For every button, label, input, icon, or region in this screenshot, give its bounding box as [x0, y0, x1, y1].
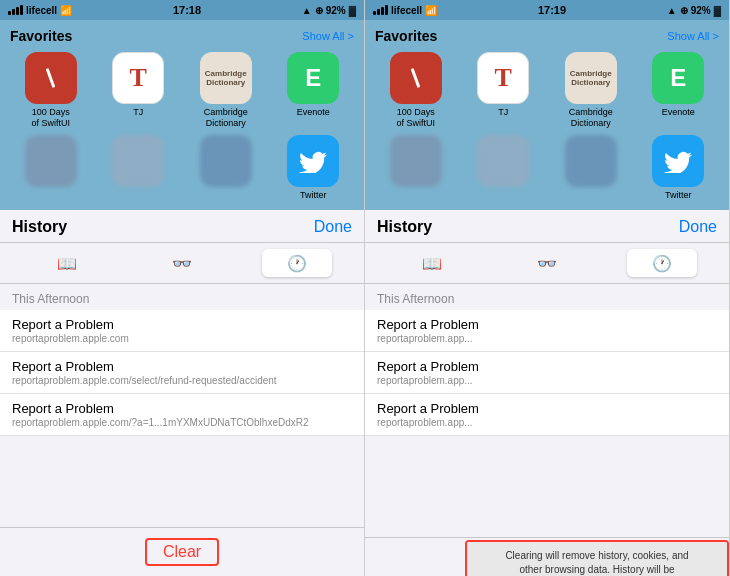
left-history-item-1[interactable]: Report a Problem reportaproblem.apple.co…: [0, 352, 364, 394]
fav-icon-evenote: E: [287, 52, 339, 104]
wifi-icon: 📶: [60, 5, 72, 16]
fav-label-cambridge: CambridgeDictionary: [204, 107, 248, 129]
left-history-header: History Done: [0, 210, 364, 243]
left-history-list: This Afternoon Report a Problem reportap…: [0, 284, 364, 527]
left-history-section: History Done 📖 👓 🕐 This Afternoon Report…: [0, 210, 364, 576]
dropdown-tooltip-text: Clearing will remove history, cookies, a…: [467, 542, 727, 576]
fav-item-cambridge[interactable]: CambridgeDictionary CambridgeDictionary: [185, 52, 267, 129]
right-fav-icon-twitter: [652, 135, 704, 187]
right-fav-item-blurred3: [550, 135, 632, 201]
left-tab-bar: 📖 👓 🕐: [0, 243, 364, 284]
left-status-left: lifecell 📶: [8, 5, 72, 16]
left-fav-row2: Twitter: [10, 135, 354, 201]
right-status-bar: lifecell 📶 17:19 ▲ ⊕ 92% ▓: [365, 0, 729, 20]
right-tab-reading-list[interactable]: 👓: [512, 249, 582, 277]
left-history-item-title-0: Report a Problem: [12, 317, 352, 332]
book-icon: 📖: [57, 254, 77, 273]
fav-label-evenote: Evenote: [297, 107, 330, 118]
right-history-item-title-2: Report a Problem: [377, 401, 717, 416]
right-done-button[interactable]: Done: [679, 218, 717, 236]
right-fav-item-blurred1: [375, 135, 457, 201]
right-fav-row1: 100 Daysof SwiftUI T TJ CambridgeDiction…: [375, 52, 719, 129]
right-fav-icon-100days: [390, 52, 442, 104]
right-history-section-label: This Afternoon: [365, 284, 729, 310]
right-history-item-url-0: reportaproblem.app...: [377, 333, 717, 344]
left-history-item-2[interactable]: Report a Problem reportaproblem.apple.co…: [0, 394, 364, 436]
right-history-item-title-1: Report a Problem: [377, 359, 717, 374]
fav-icon-twitter: [287, 135, 339, 187]
left-history-item-title-2: Report a Problem: [12, 401, 352, 416]
left-history-title: History: [12, 218, 67, 236]
right-fav-item-tj[interactable]: T TJ: [463, 52, 545, 129]
fav-label-tj: TJ: [133, 107, 143, 118]
right-history-item-url-1: reportaproblem.app...: [377, 375, 717, 386]
fav-icon-100days: [25, 52, 77, 104]
right-history-title: History: [377, 218, 432, 236]
left-done-button[interactable]: Done: [314, 218, 352, 236]
right-fav-item-blurred2: [463, 135, 545, 201]
right-history-item-0[interactable]: Report a Problem reportaproblem.app...: [365, 310, 729, 352]
right-fav-item-evenote[interactable]: E Evenote: [638, 52, 720, 129]
right-time-display: 17:19: [538, 4, 566, 16]
right-battery-icon: ▓: [714, 5, 721, 16]
clear-from-dropdown: Clearing will remove history, cookies, a…: [465, 540, 729, 576]
left-tab-bookmarks[interactable]: 📖: [32, 249, 102, 277]
fav-icon-blurred1: [25, 135, 77, 187]
left-clear-button[interactable]: Clear: [145, 538, 219, 566]
right-history-item-1[interactable]: Report a Problem reportaproblem.app...: [365, 352, 729, 394]
right-status-left: lifecell 📶: [373, 5, 437, 16]
fav-label-100days: 100 Daysof SwiftUI: [31, 107, 70, 129]
clock-icon: 🕐: [287, 254, 307, 273]
right-fav-icon-tj: T: [477, 52, 529, 104]
left-tab-history[interactable]: 🕐: [262, 249, 332, 277]
right-history-item-url-2: reportaproblem.app...: [377, 417, 717, 428]
right-tab-history[interactable]: 🕐: [627, 249, 697, 277]
fav-item-blurred3: [185, 135, 267, 201]
left-favorites-title: Favorites: [10, 28, 72, 44]
right-fav-item-twitter[interactable]: Twitter: [638, 135, 720, 201]
right-history-item-title-0: Report a Problem: [377, 317, 717, 332]
fav-item-twitter[interactable]: Twitter: [273, 135, 355, 201]
right-favorites-title: Favorites: [375, 28, 437, 44]
right-favorites-header: Favorites Show All >: [375, 28, 719, 44]
fav-icon-tj: T: [112, 52, 164, 104]
right-show-all-button[interactable]: Show All >: [667, 30, 719, 42]
right-fav-icon-blurred2: [477, 135, 529, 187]
right-glasses-icon: 👓: [537, 254, 557, 273]
right-history-section: History Done 📖 👓 🕐 This Afternoon Report…: [365, 210, 729, 576]
fav-item-blurred1: [10, 135, 92, 201]
fav-icon-blurred2: [112, 135, 164, 187]
left-history-item-title-1: Report a Problem: [12, 359, 352, 374]
fav-item-tj[interactable]: T TJ: [98, 52, 180, 129]
left-history-item-url-0: reportaproblem.apple.com: [12, 333, 352, 344]
left-history-item-url-2: reportaproblem.apple.com/?a=1...1mYXMxUD…: [12, 417, 352, 428]
right-wifi-icon: 📶: [425, 5, 437, 16]
right-history-header: History Done: [365, 210, 729, 243]
left-phone-panel: lifecell 📶 17:18 ▲ ⊕ 92% ▓ Favorites Sho…: [0, 0, 365, 576]
right-fav-label-evenote: Evenote: [662, 107, 695, 118]
right-fav-item-100days[interactable]: 100 Daysof SwiftUI: [375, 52, 457, 129]
left-safari-top: Favorites Show All > 100 Daysof SwiftUI …: [0, 20, 364, 210]
left-fav-row1: 100 Daysof SwiftUI T TJ CambridgeDiction…: [10, 52, 354, 129]
fav-item-100days[interactable]: 100 Daysof SwiftUI: [10, 52, 92, 129]
right-clock-icon: 🕐: [652, 254, 672, 273]
right-history-list: This Afternoon Report a Problem reportap…: [365, 284, 729, 537]
left-show-all-button[interactable]: Show All >: [302, 30, 354, 42]
right-fav-item-cambridge[interactable]: CambridgeDictionary CambridgeDictionary: [550, 52, 632, 129]
left-tab-reading-list[interactable]: 👓: [147, 249, 217, 277]
right-history-item-2[interactable]: Report a Problem reportaproblem.app...: [365, 394, 729, 436]
location-icon: ▲: [302, 5, 312, 16]
left-status-right: ▲ ⊕ 92% ▓: [302, 5, 356, 16]
time-display: 17:18: [173, 4, 201, 16]
right-phone-panel: lifecell 📶 17:19 ▲ ⊕ 92% ▓ Favorites Sho…: [365, 0, 730, 576]
right-fav-icon-blurred3: [565, 135, 617, 187]
left-clear-bar: Clear: [0, 527, 364, 576]
right-location-icon: ▲: [667, 5, 677, 16]
left-history-item-0[interactable]: Report a Problem reportaproblem.apple.co…: [0, 310, 364, 352]
fav-icon-cambridge: CambridgeDictionary: [200, 52, 252, 104]
right-signal-icon: [373, 5, 388, 15]
left-favorites-header: Favorites Show All >: [10, 28, 354, 44]
right-tab-bookmarks[interactable]: 📖: [397, 249, 467, 277]
fav-item-evenote[interactable]: E Evenote: [273, 52, 355, 129]
carrier-label: lifecell: [26, 5, 57, 16]
